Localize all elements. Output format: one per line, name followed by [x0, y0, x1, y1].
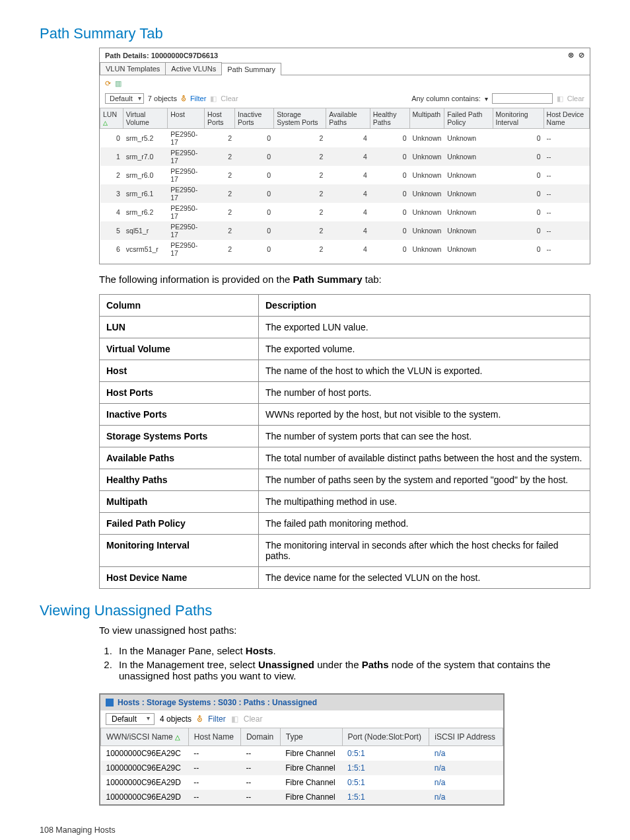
col-lun[interactable]: LUN — [100, 108, 123, 129]
desc-desc-header: Description — [259, 295, 590, 317]
eraser-icon: ◧ — [210, 95, 217, 103]
desc-row: Storage Systems PortsThe number of syste… — [100, 426, 590, 447]
path-summary-grid: LUN Virtual Volume Host Host Ports Inact… — [100, 108, 590, 258]
steps-list: In the Manager Pane, select Hosts. In th… — [115, 645, 590, 681]
object-count-2: 4 objects — [160, 714, 192, 724]
tab-active-vluns[interactable]: Active VLUNs — [165, 62, 222, 75]
table-row[interactable]: 2srm_r6.0PE2950-1720240UnknownUnknown0-- — [100, 166, 590, 184]
any-column-label: Any column contains: — [411, 95, 481, 102]
col-host[interactable]: Host — [168, 108, 205, 129]
col2-hostname[interactable]: Host Name — [188, 728, 240, 746]
view-select[interactable]: Default — [105, 93, 144, 104]
breadcrumb: Hosts : Storage Systems : S030 : Paths :… — [118, 698, 317, 707]
table-row[interactable]: 10000000C96EA29C----Fibre Channel1:5:1n/… — [101, 761, 503, 775]
collapse-down-icon[interactable]: ⊘ — [578, 51, 584, 59]
table-row[interactable]: 6vcsrm51_rPE2950-1720240UnknownUnknown0-… — [100, 240, 590, 258]
col-vv[interactable]: Virtual Volume — [123, 108, 167, 129]
col-multipath[interactable]: Multipath — [409, 108, 444, 129]
desc-row: HostThe name of the host to which the VL… — [100, 360, 590, 382]
col-hostdev[interactable]: Host Device Name — [543, 108, 589, 129]
col2-iscsi[interactable]: iSCSI IP Address — [429, 728, 503, 746]
clear-link-2: Clear — [567, 95, 584, 102]
col-healthypaths[interactable]: Healthy Paths — [370, 108, 409, 129]
step-2: In the Management tree, select Unassigne… — [115, 659, 590, 681]
table-row[interactable]: 5sql51_rPE2950-1720240UnknownUnknown0-- — [100, 221, 590, 240]
desc-row: Host Device NameThe device name for the … — [100, 567, 590, 589]
table-row[interactable]: 0srm_r5.2PE2950-1720240UnknownUnknown0-- — [100, 129, 590, 148]
filter-icon[interactable]: ⛢ — [181, 95, 186, 103]
search-input[interactable] — [492, 93, 553, 104]
table-row[interactable]: 10000000C96EA29C----Fibre Channel0:5:1n/… — [101, 746, 503, 761]
panel-title: Path Details: 10000000C97D6613 — [105, 52, 218, 59]
col2-port[interactable]: Port (Node:Slot:Port) — [342, 728, 429, 746]
col-inactiveports[interactable]: Inactive Ports — [235, 108, 274, 129]
unassigned-panel: Hosts : Storage Systems : S030 : Paths :… — [99, 693, 505, 806]
export-icon[interactable]: ▥ — [115, 79, 122, 88]
view-select-2[interactable]: Default — [106, 713, 155, 725]
filter-link[interactable]: Filter — [190, 95, 206, 102]
filter-icon-2[interactable]: ⛢ — [197, 714, 203, 724]
tab-vlun-templates[interactable]: VLUN Templates — [100, 62, 166, 75]
desc-row: Healthy PathsThe number of paths seen by… — [100, 469, 590, 491]
heading-path-summary: Path Summary Tab — [40, 25, 590, 42]
heading-unassigned: Viewing Unassigned Paths — [40, 602, 590, 619]
collapse-up-icon[interactable]: ⊗ — [568, 51, 574, 59]
step-1: In the Manager Pane, select Hosts. — [115, 645, 590, 656]
desc-row: LUNThe exported LUN value. — [100, 317, 590, 338]
refresh-icon[interactable]: ⟳ — [105, 79, 111, 88]
desc-col-header: Column — [100, 295, 259, 317]
path-details-panel: Path Details: 10000000C97D6613 ⊗ ⊘ VLUN … — [99, 48, 590, 264]
clear-link-disabled: Clear — [221, 95, 238, 102]
eraser-icon-3: ◧ — [231, 714, 238, 724]
filter-link-2[interactable]: Filter — [208, 714, 226, 724]
hosts-icon — [106, 699, 114, 706]
table-row[interactable]: 3srm_r6.1PE2950-1720240UnknownUnknown0-- — [100, 184, 590, 203]
table-row[interactable]: 1srm_r7.0PE2950-1720240UnknownUnknown0-- — [100, 147, 590, 166]
col-storageports[interactable]: Storage System Ports — [274, 108, 326, 129]
desc-row: Failed Path PolicyThe failed path monito… — [100, 513, 590, 535]
desc-row: Monitoring IntervalThe monitoring interv… — [100, 535, 590, 567]
desc-row: Available PathsThe total number of avail… — [100, 447, 590, 469]
desc-row: Virtual VolumeThe exported volume. — [100, 338, 590, 360]
tab-path-summary[interactable]: Path Summary — [221, 63, 281, 75]
col-hostports[interactable]: Host Ports — [205, 108, 235, 129]
desc-row: Host PortsThe number of host ports. — [100, 382, 590, 404]
table-row[interactable]: 10000000C96EA29D----Fibre Channel1:5:1n/… — [101, 790, 503, 804]
description-table: Column Description LUNThe exported LUN v… — [99, 294, 590, 589]
desc-row: Inactive PortsWWNs reported by the host,… — [100, 404, 590, 426]
col-failedpolicy[interactable]: Failed Path Policy — [444, 108, 493, 129]
unassigned-grid: WWN/iSCSI Name △ Host Name Domain Type P… — [100, 728, 503, 804]
col-availpaths[interactable]: Available Paths — [326, 108, 370, 129]
col-moninterval[interactable]: Monitoring Interval — [493, 108, 543, 129]
lead-text: The following information is provided on… — [99, 274, 590, 285]
page-footer: 108 Managing Hosts — [40, 825, 590, 835]
object-count: 7 objects — [148, 95, 177, 102]
lead-text-2: To view unassigned host paths: — [99, 625, 590, 636]
desc-row: MultipathThe multipathing method in use. — [100, 491, 590, 513]
eraser-icon-2: ◧ — [557, 95, 563, 103]
clear-link-3: Clear — [244, 714, 263, 724]
col2-type[interactable]: Type — [280, 728, 342, 746]
col2-wwn[interactable]: WWN/iSCSI Name △ — [101, 728, 189, 746]
table-row[interactable]: 10000000C96EA29D----Fibre Channel0:5:1n/… — [101, 775, 503, 790]
table-row[interactable]: 4srm_r6.2PE2950-1720240UnknownUnknown0-- — [100, 203, 590, 221]
col2-domain[interactable]: Domain — [240, 728, 280, 746]
